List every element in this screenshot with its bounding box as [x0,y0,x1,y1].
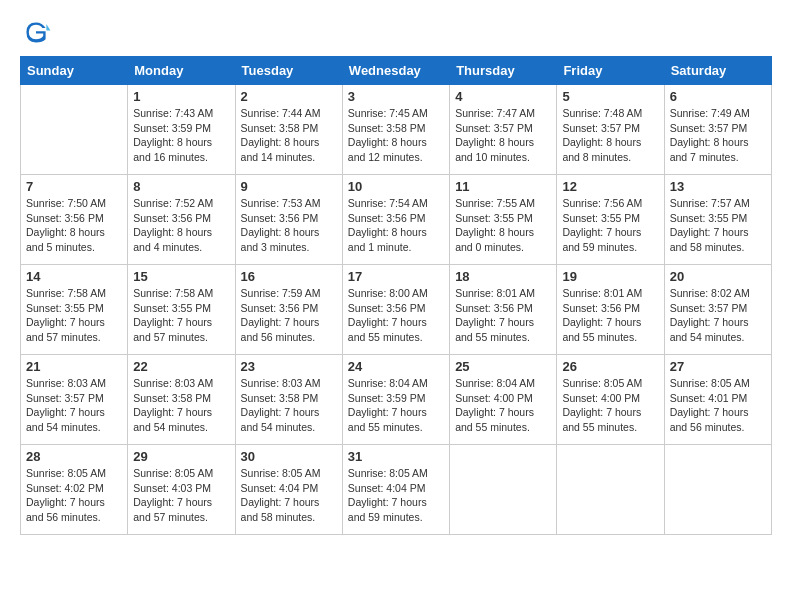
day-info: Sunrise: 7:55 AM Sunset: 3:55 PM Dayligh… [455,196,551,255]
day-info: Sunrise: 8:05 AM Sunset: 4:00 PM Dayligh… [562,376,658,435]
day-info: Sunrise: 7:50 AM Sunset: 3:56 PM Dayligh… [26,196,122,255]
day-info: Sunrise: 7:59 AM Sunset: 3:56 PM Dayligh… [241,286,337,345]
calendar-cell: 9Sunrise: 7:53 AM Sunset: 3:56 PM Daylig… [235,175,342,265]
calendar-week-row: 21Sunrise: 8:03 AM Sunset: 3:57 PM Dayli… [21,355,772,445]
calendar-week-row: 7Sunrise: 7:50 AM Sunset: 3:56 PM Daylig… [21,175,772,265]
day-number: 1 [133,89,229,104]
day-info: Sunrise: 7:44 AM Sunset: 3:58 PM Dayligh… [241,106,337,165]
day-number: 21 [26,359,122,374]
calendar-cell: 24Sunrise: 8:04 AM Sunset: 3:59 PM Dayli… [342,355,449,445]
day-info: Sunrise: 8:03 AM Sunset: 3:58 PM Dayligh… [241,376,337,435]
calendar-cell: 2Sunrise: 7:44 AM Sunset: 3:58 PM Daylig… [235,85,342,175]
calendar-cell: 15Sunrise: 7:58 AM Sunset: 3:55 PM Dayli… [128,265,235,355]
day-info: Sunrise: 7:54 AM Sunset: 3:56 PM Dayligh… [348,196,444,255]
day-info: Sunrise: 7:49 AM Sunset: 3:57 PM Dayligh… [670,106,766,165]
day-info: Sunrise: 8:05 AM Sunset: 4:03 PM Dayligh… [133,466,229,525]
day-info: Sunrise: 7:45 AM Sunset: 3:58 PM Dayligh… [348,106,444,165]
day-number: 22 [133,359,229,374]
day-number: 17 [348,269,444,284]
day-number: 28 [26,449,122,464]
day-number: 9 [241,179,337,194]
day-number: 14 [26,269,122,284]
calendar-week-row: 28Sunrise: 8:05 AM Sunset: 4:02 PM Dayli… [21,445,772,535]
day-number: 6 [670,89,766,104]
calendar-header-wednesday: Wednesday [342,57,449,85]
day-number: 5 [562,89,658,104]
calendar-table: SundayMondayTuesdayWednesdayThursdayFrid… [20,56,772,535]
day-info: Sunrise: 8:05 AM Sunset: 4:02 PM Dayligh… [26,466,122,525]
day-info: Sunrise: 7:43 AM Sunset: 3:59 PM Dayligh… [133,106,229,165]
calendar-header-friday: Friday [557,57,664,85]
calendar-cell: 11Sunrise: 7:55 AM Sunset: 3:55 PM Dayli… [450,175,557,265]
day-info: Sunrise: 8:05 AM Sunset: 4:04 PM Dayligh… [348,466,444,525]
day-info: Sunrise: 8:05 AM Sunset: 4:04 PM Dayligh… [241,466,337,525]
day-number: 10 [348,179,444,194]
calendar-cell: 19Sunrise: 8:01 AM Sunset: 3:56 PM Dayli… [557,265,664,355]
day-info: Sunrise: 8:02 AM Sunset: 3:57 PM Dayligh… [670,286,766,345]
calendar-cell: 30Sunrise: 8:05 AM Sunset: 4:04 PM Dayli… [235,445,342,535]
day-number: 20 [670,269,766,284]
day-number: 27 [670,359,766,374]
calendar-cell: 13Sunrise: 7:57 AM Sunset: 3:55 PM Dayli… [664,175,771,265]
calendar-cell: 25Sunrise: 8:04 AM Sunset: 4:00 PM Dayli… [450,355,557,445]
day-info: Sunrise: 7:56 AM Sunset: 3:55 PM Dayligh… [562,196,658,255]
calendar-week-row: 14Sunrise: 7:58 AM Sunset: 3:55 PM Dayli… [21,265,772,355]
calendar-header-tuesday: Tuesday [235,57,342,85]
calendar-cell: 22Sunrise: 8:03 AM Sunset: 3:58 PM Dayli… [128,355,235,445]
calendar-cell [664,445,771,535]
calendar-cell: 1Sunrise: 7:43 AM Sunset: 3:59 PM Daylig… [128,85,235,175]
day-info: Sunrise: 7:53 AM Sunset: 3:56 PM Dayligh… [241,196,337,255]
calendar-cell: 17Sunrise: 8:00 AM Sunset: 3:56 PM Dayli… [342,265,449,355]
calendar-cell: 26Sunrise: 8:05 AM Sunset: 4:00 PM Dayli… [557,355,664,445]
day-number: 4 [455,89,551,104]
calendar-cell [450,445,557,535]
calendar-cell: 8Sunrise: 7:52 AM Sunset: 3:56 PM Daylig… [128,175,235,265]
day-number: 12 [562,179,658,194]
day-info: Sunrise: 8:00 AM Sunset: 3:56 PM Dayligh… [348,286,444,345]
calendar-cell: 27Sunrise: 8:05 AM Sunset: 4:01 PM Dayli… [664,355,771,445]
calendar-header-sunday: Sunday [21,57,128,85]
day-info: Sunrise: 8:04 AM Sunset: 3:59 PM Dayligh… [348,376,444,435]
day-number: 29 [133,449,229,464]
calendar-cell: 31Sunrise: 8:05 AM Sunset: 4:04 PM Dayli… [342,445,449,535]
day-number: 31 [348,449,444,464]
day-number: 24 [348,359,444,374]
calendar-cell: 23Sunrise: 8:03 AM Sunset: 3:58 PM Dayli… [235,355,342,445]
calendar-week-row: 1Sunrise: 7:43 AM Sunset: 3:59 PM Daylig… [21,85,772,175]
page-header [20,16,772,48]
day-number: 11 [455,179,551,194]
calendar-cell: 14Sunrise: 7:58 AM Sunset: 3:55 PM Dayli… [21,265,128,355]
day-number: 23 [241,359,337,374]
calendar-cell: 3Sunrise: 7:45 AM Sunset: 3:58 PM Daylig… [342,85,449,175]
logo [20,16,56,48]
day-number: 2 [241,89,337,104]
calendar-header-thursday: Thursday [450,57,557,85]
day-number: 15 [133,269,229,284]
day-info: Sunrise: 8:03 AM Sunset: 3:57 PM Dayligh… [26,376,122,435]
day-info: Sunrise: 7:52 AM Sunset: 3:56 PM Dayligh… [133,196,229,255]
day-info: Sunrise: 8:01 AM Sunset: 3:56 PM Dayligh… [562,286,658,345]
day-number: 26 [562,359,658,374]
day-number: 13 [670,179,766,194]
day-number: 16 [241,269,337,284]
calendar-cell: 7Sunrise: 7:50 AM Sunset: 3:56 PM Daylig… [21,175,128,265]
day-info: Sunrise: 8:05 AM Sunset: 4:01 PM Dayligh… [670,376,766,435]
calendar-cell: 4Sunrise: 7:47 AM Sunset: 3:57 PM Daylig… [450,85,557,175]
day-info: Sunrise: 7:47 AM Sunset: 3:57 PM Dayligh… [455,106,551,165]
calendar-header-monday: Monday [128,57,235,85]
day-number: 7 [26,179,122,194]
calendar-cell [21,85,128,175]
day-number: 30 [241,449,337,464]
calendar-cell: 29Sunrise: 8:05 AM Sunset: 4:03 PM Dayli… [128,445,235,535]
day-number: 18 [455,269,551,284]
day-info: Sunrise: 7:58 AM Sunset: 3:55 PM Dayligh… [26,286,122,345]
calendar-cell: 10Sunrise: 7:54 AM Sunset: 3:56 PM Dayli… [342,175,449,265]
day-info: Sunrise: 8:04 AM Sunset: 4:00 PM Dayligh… [455,376,551,435]
calendar-cell: 28Sunrise: 8:05 AM Sunset: 4:02 PM Dayli… [21,445,128,535]
day-number: 3 [348,89,444,104]
calendar-cell: 21Sunrise: 8:03 AM Sunset: 3:57 PM Dayli… [21,355,128,445]
logo-icon [20,16,52,48]
calendar-cell: 18Sunrise: 8:01 AM Sunset: 3:56 PM Dayli… [450,265,557,355]
day-info: Sunrise: 8:01 AM Sunset: 3:56 PM Dayligh… [455,286,551,345]
day-number: 19 [562,269,658,284]
